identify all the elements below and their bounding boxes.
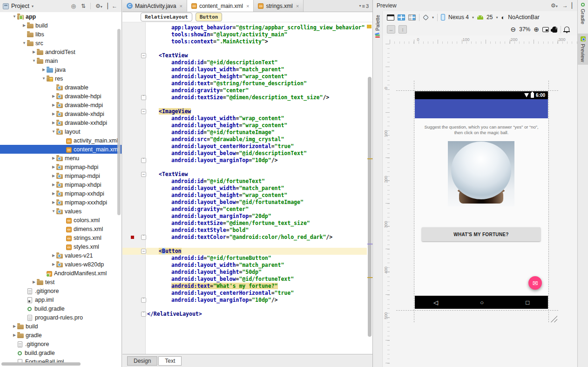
- code-line[interactable]: android:layout_centerHorizontal="true": [146, 290, 367, 297]
- fold-marker-icon[interactable]: −: [141, 172, 146, 177]
- gear-icon[interactable]: ⚙▾: [94, 3, 104, 9]
- tree-item-drawable-xxhdpi[interactable]: ▶drawable-xxhdpi: [0, 118, 122, 127]
- close-icon[interactable]: ×: [179, 3, 182, 9]
- tree-item-layout[interactable]: ▼layout: [0, 127, 122, 136]
- scroll-to-source-icon[interactable]: ◎: [69, 3, 77, 9]
- code-line[interactable]: android:layout_height="wrap_content": [146, 73, 367, 80]
- code-line[interactable]: <TextView: [146, 171, 367, 178]
- tree-item-.gitignore[interactable]: .gitignore: [0, 286, 122, 295]
- back-icon[interactable]: ◁: [433, 299, 438, 306]
- project-tree-vertical-scrollbar[interactable]: [117, 29, 121, 215]
- resize-horizontal-button[interactable]: ↔: [387, 25, 395, 34]
- tree-item-build.gradle[interactable]: build.gradle: [0, 304, 122, 313]
- code-line[interactable]: android:text="What's my fortune?": [146, 283, 367, 290]
- orientation-chevron-icon[interactable]: ▾: [432, 15, 434, 20]
- tree-item-activity_main.xml[interactable]: activity_main.xml: [0, 136, 122, 145]
- tree-item-values[interactable]: ▼values: [0, 207, 122, 216]
- expand-arrow-icon[interactable]: ▶: [51, 253, 56, 258]
- code-line[interactable]: android:textSize="@dimen/description_tex…: [146, 94, 367, 101]
- home-icon[interactable]: ○: [480, 299, 484, 306]
- tab-preview[interactable]: Preview: [578, 34, 588, 65]
- tree-item-drawable[interactable]: drawable: [0, 83, 122, 92]
- expand-arrow-icon[interactable]: ▶: [51, 103, 56, 107]
- tree-item-mipmap-mdpi[interactable]: ▶mipmap-mdpi: [0, 171, 122, 180]
- scrollbar-stripe-marker[interactable]: [367, 277, 372, 278]
- expand-arrow-icon[interactable]: ▶: [51, 112, 56, 116]
- code-line[interactable]: [146, 164, 367, 171]
- zoom-out-icon[interactable]: ⊖: [511, 26, 516, 33]
- expand-arrow-icon[interactable]: ▶: [12, 333, 17, 337]
- tree-item-libs[interactable]: libs: [0, 30, 122, 39]
- fold-marker-icon[interactable]: ˆ: [141, 312, 146, 317]
- collapse-all-icon[interactable]: ⇅: [80, 3, 87, 9]
- split-layout-icon[interactable]: [408, 14, 416, 20]
- expand-arrow-icon[interactable]: ▶: [51, 191, 56, 196]
- code-line[interactable]: android:layout_below="@id/descriptionTex…: [146, 150, 367, 157]
- tab-design[interactable]: Design: [127, 356, 157, 366]
- code-line[interactable]: <TextView: [146, 52, 367, 59]
- code-line[interactable]: android:layout_width="match_parent": [146, 262, 367, 269]
- code-line[interactable]: android:id="@+id/descriptionText": [146, 59, 367, 66]
- code-editor[interactable]: −ˆ−ˆ−ˆ−ˆˆ app:layout_behavior="@string/a…: [122, 22, 372, 354]
- editor-scrollbar-thumb[interactable]: [368, 77, 372, 337]
- tree-item-.gitignore[interactable]: .gitignore: [0, 340, 122, 348]
- project-view-chevron-icon[interactable]: ▾: [32, 4, 34, 8]
- expand-arrow-icon[interactable]: ▶: [51, 121, 56, 125]
- breadcrumb-RelativeLayout[interactable]: RelativeLayout: [141, 13, 192, 21]
- device-chevron-icon[interactable]: ▾: [472, 15, 474, 20]
- tree-item-proguard-rules.pro[interactable]: proguard-rules.pro: [0, 313, 122, 322]
- tree-item-test[interactable]: ▶test: [0, 278, 122, 286]
- hide-panel-icon[interactable]: ▏←: [106, 3, 119, 9]
- notifications-bell-icon[interactable]: [564, 27, 569, 31]
- code-line[interactable]: android:layout_marginTop="20dp": [146, 213, 367, 220]
- editor-tab-MainActivity.java[interactable]: CMainActivity.java×: [122, 0, 187, 12]
- tree-item-build.gradle[interactable]: build.gradle: [0, 348, 122, 357]
- tree-item-mipmap-xxhdpi[interactable]: ▶mipmap-xxhdpi: [0, 189, 122, 198]
- pan-hand-icon[interactable]: [552, 27, 557, 33]
- tree-item-AndroidManifest.xml[interactable]: AndroidManifest.xml: [0, 269, 122, 278]
- tree-item-drawable-mdpi[interactable]: ▶drawable-mdpi: [0, 101, 122, 109]
- fold-marker-icon[interactable]: −: [141, 109, 146, 114]
- device-selector[interactable]: Nexus 4: [448, 14, 469, 20]
- expand-arrow-icon[interactable]: ▶: [31, 50, 37, 54]
- recents-icon[interactable]: □: [526, 299, 529, 306]
- fold-marker-icon[interactable]: ˆ: [141, 298, 146, 303]
- tree-item-java[interactable]: ▶java: [0, 65, 122, 74]
- tree-item-values-w820dp[interactable]: ▶values-w820dp: [0, 260, 122, 269]
- code-line[interactable]: android:id="@+id/fortuneButton": [146, 255, 367, 262]
- api-chevron-icon[interactable]: ▾: [496, 15, 498, 20]
- inspection-status-icon[interactable]: [367, 25, 372, 28]
- expand-arrow-icon[interactable]: ▶: [51, 165, 56, 169]
- code-line[interactable]: android:layout_below="@id/fortuneText": [146, 276, 367, 283]
- device-screen[interactable]: 6:00 Suggest the question, which you can…: [415, 91, 548, 309]
- collapse-arrow-icon[interactable]: ▼: [31, 59, 37, 63]
- fold-marker-icon[interactable]: −: [141, 53, 146, 58]
- scrollbar-stripe-marker[interactable]: [367, 158, 372, 159]
- code-line[interactable]: android:layout_marginTop="10dp"/>: [146, 297, 367, 304]
- tree-item-colors.xml[interactable]: colors.xml: [0, 216, 122, 224]
- tree-item-gradle[interactable]: ▶gradle: [0, 331, 122, 340]
- code-line[interactable]: app:layout_behavior="@string/appbar_scro…: [146, 24, 367, 31]
- gear-icon[interactable]: ⚙▾: [549, 2, 559, 9]
- editor-tab-content_main.xml[interactable]: <>content_main.xml×: [187, 0, 254, 12]
- expand-arrow-icon[interactable]: ▶: [51, 183, 56, 187]
- code-line[interactable]: android:layout_height="wrap_content": [146, 192, 367, 199]
- code-line[interactable]: android:textColor="@android:color/holo_r…: [146, 234, 367, 241]
- tree-item-main[interactable]: ▼main: [0, 56, 122, 65]
- collapse-arrow-icon[interactable]: ▼: [51, 129, 56, 134]
- tab-palette[interactable]: Palette: [375, 15, 380, 31]
- code-line[interactable]: android:gravity="center": [146, 87, 367, 94]
- zoom-to-fit-icon[interactable]: [542, 27, 549, 32]
- tree-item-dimens.xml[interactable]: dimens.xml: [0, 224, 122, 233]
- code-line[interactable]: android:layout_height="50dp": [146, 269, 367, 276]
- editor-tab-strings.xml[interactable]: <>strings.xml×: [254, 0, 304, 12]
- collapse-arrow-icon[interactable]: ▼: [12, 14, 17, 19]
- theme-selector[interactable]: NoActionBar: [508, 14, 539, 20]
- expand-arrow-icon[interactable]: ▶: [41, 68, 47, 72]
- code-line[interactable]: android:layout_height="wrap_content": [146, 122, 367, 129]
- collapse-arrow-icon[interactable]: ▼: [41, 76, 47, 81]
- tree-item-drawable-hdpi[interactable]: ▶drawable-hdpi: [0, 92, 122, 101]
- grid-layout-icon[interactable]: [398, 14, 405, 20]
- code-line[interactable]: <ImageView: [146, 108, 367, 115]
- tree-item-src[interactable]: ▼src: [0, 39, 122, 48]
